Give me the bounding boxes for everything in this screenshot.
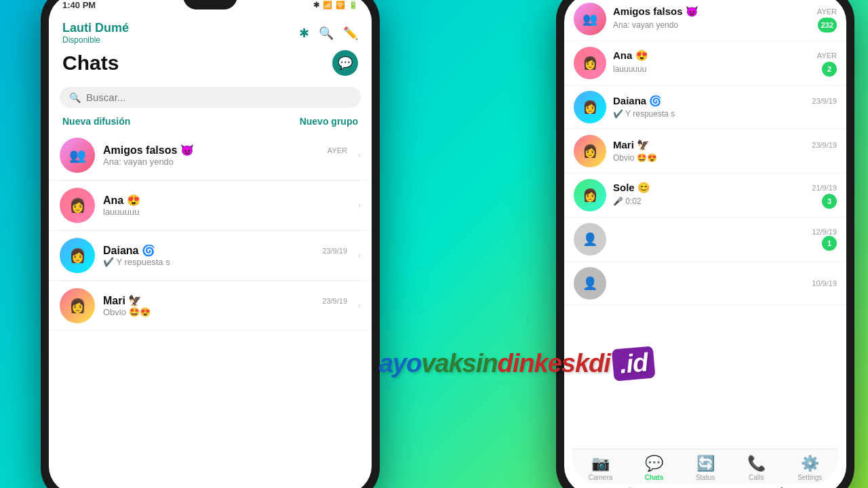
phone-left-screen: 1:40 PM ✱ 📶 🛜 🔋 Lauti Dumé Disponible ✱ … xyxy=(49,0,372,488)
nav-camera[interactable]: 📷 Camera xyxy=(589,455,613,481)
android-back-button[interactable]: ◀ xyxy=(777,485,783,489)
calls-icon: 📞 xyxy=(747,455,766,472)
list-item[interactable]: 👩 Mari 🦅 23/9/19 Obvio 🤩😍 xyxy=(564,129,846,174)
user-status: Disponible xyxy=(62,35,129,45)
edit-header-icon[interactable]: ✏️ xyxy=(343,26,358,41)
avatar: 👤 xyxy=(574,267,606,300)
settings-icon: ⚙️ xyxy=(801,455,819,472)
chat-preview: 🎤 0:02 xyxy=(613,197,642,206)
list-item[interactable]: 👥 Amigos falsos 😈 AYER Ana: vayan yendo … xyxy=(49,131,372,180)
chat-name: Ana 😍 xyxy=(103,194,140,207)
avatar-emoji: 👩 xyxy=(69,298,86,314)
chevron-right-icon: › xyxy=(358,150,361,160)
search-bar[interactable]: 🔍 xyxy=(60,87,361,108)
status-icon: 🔄 xyxy=(696,455,715,472)
chats-icon: 💬 xyxy=(645,455,663,472)
chevron-right-icon: › xyxy=(358,301,361,310)
chat-name: Daiana 🌀 xyxy=(613,95,662,107)
chat-preview: Obvio 🤩😍 xyxy=(613,153,657,163)
search-input[interactable] xyxy=(86,92,351,103)
phone-left: 1:40 PM ✱ 📶 🛜 🔋 Lauti Dumé Disponible ✱ … xyxy=(41,0,380,488)
nav-status[interactable]: 🔄 Status xyxy=(696,455,715,481)
chat-preview: lauuuuuu xyxy=(103,207,347,217)
list-item[interactable]: 👩 Daiana 🌀 23/9/19 ✔️ Y respuesta s › xyxy=(49,231,372,281)
chat-name: Mari 🦅 xyxy=(103,294,142,307)
list-item[interactable]: 👩 Ana 😍 AYER lauuuuuu 2 xyxy=(564,41,846,85)
new-chat-button[interactable]: 💬 xyxy=(332,50,358,76)
watermark-id: .id xyxy=(612,346,656,381)
chevron-right-icon: › xyxy=(358,201,361,210)
chat-name: Amigos falsos 😈 xyxy=(103,144,194,157)
chevron-right-icon: › xyxy=(358,251,361,260)
chat-name: Amigos falsos 😈 xyxy=(613,5,698,18)
chat-time: 23/9/19 xyxy=(322,247,347,255)
broadcast-link[interactable]: Nueva difusión xyxy=(62,116,130,127)
chat-info: Ana 😍 AYER lauuuuuu 2 xyxy=(613,49,837,77)
nav-chats[interactable]: 💬 Chats xyxy=(645,455,664,481)
bluetooth-icon: ✱ xyxy=(313,1,319,9)
chat-preview: lauuuuuu xyxy=(613,64,646,74)
chat-info: Mari 🦅 23/9/19 Obvio 🤩😍 xyxy=(613,139,837,163)
avatar-emoji: 👥 xyxy=(69,147,86,163)
chat-time: 21/9/19 xyxy=(812,184,837,192)
chat-time: 23/9/19 xyxy=(812,97,837,105)
battery-icon: 🔋 xyxy=(349,1,358,9)
chat-time: 12/9/19 xyxy=(812,228,837,236)
chat-time: 10/9/19 xyxy=(812,279,837,287)
avatar: 👩 xyxy=(60,238,95,273)
chat-preview: ✔️ Y respuesta s xyxy=(103,257,347,267)
avatar-emoji: 👩 xyxy=(69,247,86,264)
search-header-icon[interactable]: 🔍 xyxy=(319,26,334,41)
list-item[interactable]: 👩 Mari 🦅 23/9/19 Obvio 🤩😍 › xyxy=(49,281,372,331)
chat-info: Ana 😍 lauuuuuu xyxy=(103,194,347,217)
chat-name: Ana 😍 xyxy=(613,49,648,62)
chat-info: Sole 😊 21/9/19 🎤 0:02 3 xyxy=(613,182,837,209)
nav-camera-label: Camera xyxy=(589,474,613,481)
chat-time: 23/9/19 xyxy=(322,297,347,305)
watermark: ayovaksindinkeskdi.id xyxy=(379,348,654,380)
nav-status-label: Status xyxy=(696,474,715,481)
nav-calls[interactable]: 📞 Calls xyxy=(747,455,766,481)
chat-info: Daiana 🌀 23/9/19 ✔️ Y respuesta s xyxy=(103,244,347,267)
search-bar-icon: 🔍 xyxy=(69,92,81,103)
list-item[interactable]: 👩 Daiana 🌀 23/9/19 ✔️ Y respuesta s xyxy=(564,85,846,129)
time-display: 1:40 PM xyxy=(62,0,96,10)
watermark-vaksin: vaksin xyxy=(421,349,497,378)
android-stop-button[interactable]: ■ xyxy=(628,485,632,489)
bottom-nav: 📷 Camera 💬 Chats 🔄 Status 📞 Calls ⚙️ Set… xyxy=(572,449,838,484)
list-item[interactable]: 👤 12/9/19 1 xyxy=(564,218,846,262)
avatar: 👩 xyxy=(60,188,95,223)
list-item[interactable]: 👥 Amigos falsos 😈 AYER Ana: vayan yendo … xyxy=(564,0,846,41)
chat-list: 👥 Amigos falsos 😈 AYER Ana: vayan yendo … xyxy=(49,131,372,331)
bluetooth-header-icon[interactable]: ✱ xyxy=(299,26,309,41)
chat-preview: Ana: vayan yendo xyxy=(613,20,678,30)
watermark-kes: kes xyxy=(534,349,574,378)
list-item[interactable]: 👩 Sole 😊 21/9/19 🎤 0:02 3 xyxy=(564,174,846,218)
avatar: 👩 xyxy=(574,179,606,211)
avatar: 👥 xyxy=(574,3,606,35)
chat-info: Amigos falsos 😈 AYER Ana: vayan yendo xyxy=(103,144,347,167)
right-chat-list: 👥 Amigos falsos 😈 AYER Ana: vayan yendo … xyxy=(564,0,846,306)
wifi-icon: 🛜 xyxy=(336,1,345,9)
chat-preview: Obvio 🤩😍 xyxy=(103,307,347,317)
avatar: 👩 xyxy=(574,91,606,123)
new-group-link[interactable]: Nuevo grupo xyxy=(300,116,358,127)
watermark-ayo: ayo xyxy=(379,349,421,378)
avatar: 👤 xyxy=(574,223,606,256)
unread-badge: 232 xyxy=(818,18,837,33)
avatar-emoji: 👩 xyxy=(69,197,86,214)
list-item[interactable]: 👩 Ana 😍 lauuuuuu › xyxy=(49,181,372,230)
nav-settings[interactable]: ⚙️ Settings xyxy=(797,455,822,481)
unread-badge: 2 xyxy=(822,62,837,77)
chat-info: 12/9/19 1 xyxy=(613,228,837,251)
avatar: 👩 xyxy=(60,288,95,323)
phone-right: 👥 Amigos falsos 😈 AYER Ana: vayan yendo … xyxy=(556,0,854,488)
header-icons: ✱ 🔍 ✏️ xyxy=(299,26,358,41)
status-icons: ✱ 📶 🛜 🔋 xyxy=(313,1,358,9)
android-home-button[interactable]: ● xyxy=(703,485,707,489)
phone-right-screen: 👥 Amigos falsos 😈 AYER Ana: vayan yendo … xyxy=(564,0,846,488)
nav-settings-label: Settings xyxy=(797,474,822,481)
chat-info: Daiana 🌀 23/9/19 ✔️ Y respuesta s xyxy=(613,95,837,119)
chat-time: 23/9/19 xyxy=(812,141,837,149)
list-item[interactable]: 👤 10/9/19 xyxy=(564,262,846,306)
